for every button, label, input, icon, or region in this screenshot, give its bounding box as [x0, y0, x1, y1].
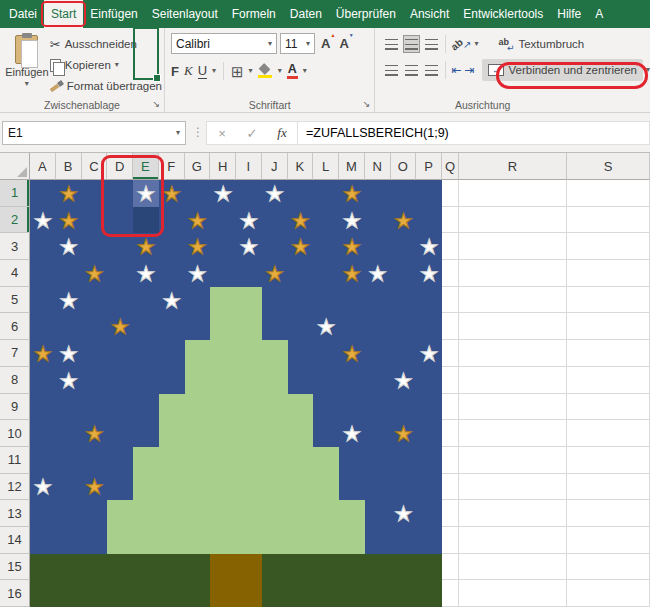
decrease-indent-button[interactable]: ⇤	[451, 63, 461, 77]
cell-K5[interactable]	[288, 287, 314, 314]
cell-E16[interactable]	[133, 580, 159, 607]
cell-L16[interactable]	[313, 580, 339, 607]
cell-N12[interactable]	[365, 474, 391, 501]
cell-H9[interactable]	[210, 394, 236, 421]
cell-P13[interactable]	[416, 500, 442, 527]
cell-B2[interactable]: ★	[56, 207, 82, 234]
cell-Q2[interactable]	[442, 207, 459, 234]
cell-Q5[interactable]	[442, 287, 459, 314]
tab-einfügen[interactable]: Einfügen	[83, 0, 144, 28]
cell-O9[interactable]	[391, 394, 417, 421]
cell-P12[interactable]	[416, 474, 442, 501]
cell-Q12[interactable]	[442, 474, 459, 501]
row-header-3[interactable]: 3	[0, 233, 30, 260]
merge-and-center-button[interactable]: ↔ Verbinden und zentrieren	[482, 59, 643, 81]
cell-Q1[interactable]	[442, 180, 459, 207]
copy-button[interactable]: Kopieren ▾	[50, 56, 162, 74]
cell-O2[interactable]: ★	[391, 207, 417, 234]
cell-J14[interactable]	[262, 527, 288, 554]
cell-P4[interactable]: ★	[416, 260, 442, 287]
cell-G2[interactable]: ★	[185, 207, 211, 234]
cell-K16[interactable]	[288, 580, 314, 607]
cell-A8[interactable]	[30, 367, 56, 394]
cell-A9[interactable]	[30, 394, 56, 421]
cell-Q8[interactable]	[442, 367, 459, 394]
column-header-m[interactable]: M	[339, 153, 365, 180]
cell-R12[interactable]	[459, 474, 567, 501]
cell-E2[interactable]	[133, 207, 159, 234]
cell-I8[interactable]	[236, 367, 262, 394]
cell-K13[interactable]	[288, 500, 314, 527]
cell-I11[interactable]	[236, 447, 262, 474]
cell-G4[interactable]: ★	[185, 260, 211, 287]
cell-L7[interactable]	[313, 340, 339, 367]
cell-M8[interactable]	[339, 367, 365, 394]
cell-D9[interactable]	[107, 394, 133, 421]
cell-G11[interactable]	[185, 447, 211, 474]
cell-J1[interactable]: ★	[262, 180, 288, 207]
cell-C1[interactable]	[82, 180, 108, 207]
column-header-g[interactable]: G	[185, 153, 211, 180]
dialog-launcher-icon[interactable]: ↘	[152, 100, 160, 109]
cell-C12[interactable]: ★	[82, 474, 108, 501]
cell-O6[interactable]	[391, 313, 417, 340]
cell-M10[interactable]: ★	[339, 420, 365, 447]
cell-J6[interactable]	[262, 313, 288, 340]
row-header-11[interactable]: 11	[0, 447, 30, 474]
column-header-q[interactable]: Q	[442, 153, 459, 180]
cell-S4[interactable]	[567, 260, 650, 287]
cell-A14[interactable]	[30, 527, 56, 554]
cell-R6[interactable]	[459, 313, 567, 340]
cell-I15[interactable]	[236, 554, 262, 581]
chevron-down-icon[interactable]: ▾	[249, 67, 253, 75]
font-name-select[interactable]: Calibri ▾	[171, 33, 277, 54]
cell-S7[interactable]	[567, 340, 650, 367]
cell-G12[interactable]	[185, 474, 211, 501]
cell-R9[interactable]	[459, 394, 567, 421]
cell-G14[interactable]	[185, 527, 211, 554]
cell-K3[interactable]: ★	[288, 233, 314, 260]
cell-O13[interactable]: ★	[391, 500, 417, 527]
cell-D5[interactable]	[107, 287, 133, 314]
cell-E1[interactable]: ★	[133, 180, 159, 207]
column-header-l[interactable]: L	[313, 153, 339, 180]
cell-N11[interactable]	[365, 447, 391, 474]
cell-M12[interactable]	[339, 474, 365, 501]
cell-N15[interactable]	[365, 554, 391, 581]
cell-K4[interactable]	[288, 260, 314, 287]
cell-J12[interactable]	[262, 474, 288, 501]
cell-K9[interactable]	[288, 394, 314, 421]
paste-button[interactable]: Einfügen ▾	[4, 33, 50, 98]
cell-E14[interactable]	[133, 527, 159, 554]
cell-Q16[interactable]	[442, 580, 459, 607]
column-header-k[interactable]: K	[288, 153, 314, 180]
tab-start[interactable]: Start	[44, 0, 83, 28]
cell-M16[interactable]	[339, 580, 365, 607]
tab-seitenlayout[interactable]: Seitenlayout	[145, 0, 225, 28]
cell-J16[interactable]	[262, 580, 288, 607]
cell-F2[interactable]	[159, 207, 185, 234]
cell-F3[interactable]	[159, 233, 185, 260]
cell-C14[interactable]	[82, 527, 108, 554]
cell-I1[interactable]	[236, 180, 262, 207]
cell-C8[interactable]	[82, 367, 108, 394]
cell-G1[interactable]	[185, 180, 211, 207]
cell-N8[interactable]	[365, 367, 391, 394]
cell-Q15[interactable]	[442, 554, 459, 581]
cell-D12[interactable]	[107, 474, 133, 501]
tab-formeln[interactable]: Formeln	[225, 0, 283, 28]
cell-L10[interactable]	[313, 420, 339, 447]
cell-I14[interactable]	[236, 527, 262, 554]
cell-M15[interactable]	[339, 554, 365, 581]
cell-H8[interactable]	[210, 367, 236, 394]
cell-F11[interactable]	[159, 447, 185, 474]
cell-E11[interactable]	[133, 447, 159, 474]
cell-C15[interactable]	[82, 554, 108, 581]
cell-E12[interactable]	[133, 474, 159, 501]
cell-N3[interactable]	[365, 233, 391, 260]
align-top-button[interactable]	[383, 35, 400, 53]
cell-B11[interactable]	[56, 447, 82, 474]
cell-I5[interactable]	[236, 287, 262, 314]
borders-button[interactable]: ⊞	[231, 64, 244, 79]
cell-I9[interactable]	[236, 394, 262, 421]
